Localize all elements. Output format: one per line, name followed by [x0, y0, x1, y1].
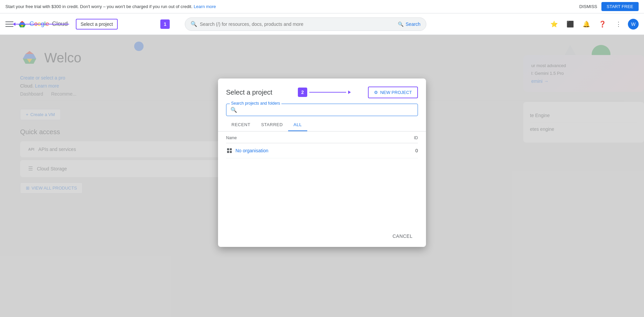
- annotation-arrow-head: [348, 91, 351, 94]
- dialog-title: Select a project: [226, 89, 272, 96]
- search-button[interactable]: 🔍 Search: [398, 21, 420, 27]
- annotation-1: 1: [160, 19, 170, 29]
- hamburger-menu[interactable]: [5, 20, 13, 28]
- org-icon: [226, 147, 233, 154]
- more-options-icon[interactable]: ⋮: [612, 17, 625, 31]
- select-project-button[interactable]: Select a project: [76, 19, 118, 30]
- org-id: 0: [391, 148, 418, 153]
- help-icon[interactable]: ❓: [596, 17, 609, 31]
- start-free-button[interactable]: START FREE: [601, 2, 639, 11]
- add-project-icon: ⚙: [374, 90, 378, 95]
- annotation-2: 2: [298, 88, 351, 97]
- notifications-icon[interactable]: 🔔: [580, 17, 593, 31]
- new-project-area: 2 ⚙ NEW PROJECT: [368, 87, 418, 98]
- new-project-button[interactable]: ⚙ NEW PROJECT: [368, 87, 418, 98]
- arrow-to-button: [13, 22, 69, 26]
- table-row[interactable]: No organisation 0: [226, 143, 418, 158]
- tab-starred[interactable]: STARRED: [256, 119, 288, 131]
- avatar[interactable]: W: [628, 19, 639, 30]
- search-icon: 🔍: [191, 21, 197, 27]
- org-name[interactable]: No organisation: [235, 148, 391, 153]
- main-content: Welco Create or select a pro Cloud. Lear…: [0, 35, 644, 317]
- dialog-table: Name ID No organisation 0: [218, 131, 426, 158]
- svg-rect-1: [230, 148, 232, 150]
- top-banner: Start your free trial with $300 in credi…: [0, 0, 644, 13]
- search-icon-btn: 🔍: [398, 21, 404, 27]
- dialog-tabs: RECENT STARRED ALL: [218, 119, 426, 131]
- tab-all[interactable]: ALL: [288, 119, 307, 131]
- search-bar: 🔍 🔍 Search: [185, 17, 426, 31]
- select-project-area: Select a project 1: [73, 19, 118, 30]
- banner-text: Start your free trial with $300 in credi…: [5, 4, 193, 9]
- svg-rect-0: [227, 148, 229, 150]
- annotation-badge-2: 2: [298, 88, 307, 97]
- dialog-footer: CANCEL: [218, 225, 426, 247]
- header-right: ⭐ ⬛ 🔔 ❓ ⋮ W: [547, 17, 639, 31]
- svg-rect-2: [227, 151, 229, 153]
- dialog-empty-body: [218, 158, 426, 225]
- cancel-button[interactable]: CANCEL: [387, 231, 418, 242]
- project-search-input[interactable]: [240, 107, 414, 112]
- select-project-dialog: Select a project 2 ⚙ NEW PROJECT: [218, 78, 426, 247]
- modal-backdrop: Select a project 2 ⚙ NEW PROJECT: [0, 35, 644, 317]
- annotation-arrow-line: [309, 92, 346, 93]
- bookmark-icon[interactable]: ⭐: [547, 17, 561, 31]
- svg-rect-3: [230, 151, 232, 153]
- col-id-header: ID: [391, 136, 418, 140]
- header: Google Cloud Select a project 1 🔍 🔍 Sear…: [0, 13, 644, 35]
- dialog-header: Select a project 2 ⚙ NEW PROJECT: [218, 78, 426, 104]
- cloud-shell-icon[interactable]: ⬛: [564, 17, 577, 31]
- tab-recent[interactable]: RECENT: [226, 119, 256, 131]
- search-label: Search projects and folders: [230, 101, 281, 106]
- col-name-header: Name: [226, 136, 391, 140]
- table-header: Name ID: [226, 131, 418, 143]
- search-icon-dialog: 🔍: [230, 107, 237, 113]
- search-input[interactable]: [200, 21, 398, 27]
- dialog-search-area: Search projects and folders 🔍: [226, 104, 418, 116]
- dismiss-button[interactable]: DISMISS: [579, 4, 597, 9]
- banner-learn-more[interactable]: Learn more: [194, 4, 216, 9]
- annotation-badge-1: 1: [160, 19, 170, 29]
